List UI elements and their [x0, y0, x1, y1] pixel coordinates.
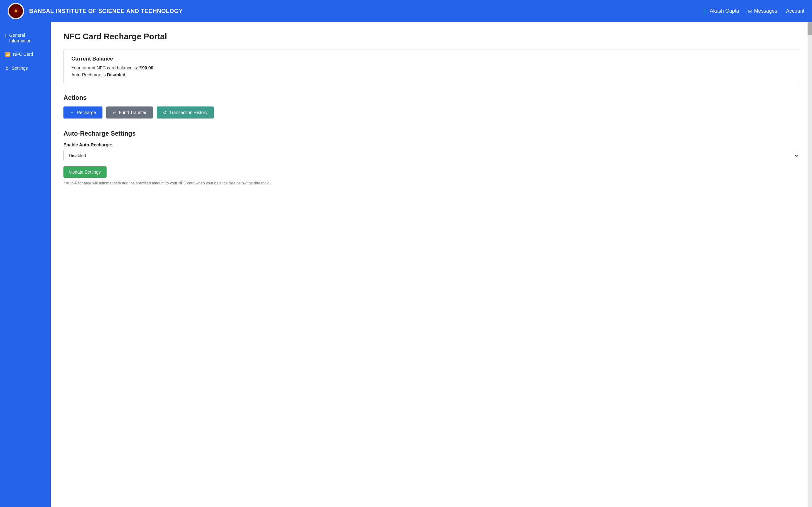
transaction-history-label: Transaction History [169, 110, 207, 115]
sidebar-item-label-nfc: NFC Card [13, 51, 33, 57]
auto-recharge-label: Enable Auto-Recharge: [63, 142, 799, 147]
actions-buttons: ＋ Recharge ⇌ Fund Transfer ↺ Transaction… [63, 107, 799, 118]
messages-link[interactable]: ✉ Messages [748, 8, 777, 14]
user-profile-link[interactable]: 👤 Akash Gupta [702, 8, 740, 14]
auto-recharge-hint: * Auto-Recharge will automatically add t… [63, 181, 799, 185]
sidebar: ℹ General Information 📶 NFC Card ⚙ Setti… [0, 22, 51, 507]
auto-recharge-text: Auto-Recharge is Disabled [71, 72, 792, 77]
fund-transfer-label: Fund Transfer [119, 110, 147, 115]
auto-recharge-prefix: Auto-Recharge is [71, 72, 107, 77]
wifi-icon: 📶 [5, 52, 10, 57]
auto-recharge-status: Disabled [107, 72, 125, 77]
balance-text: Your current NFC card balance is: ₹90.00 [71, 65, 792, 70]
auto-recharge-title: Auto-Recharge Settings [63, 130, 799, 137]
user-name: Akash Gupta [710, 8, 740, 14]
logo: 🏛 [8, 3, 24, 19]
scrollbar[interactable] [808, 22, 812, 507]
auto-recharge-select[interactable]: Disabled [63, 150, 799, 161]
balance-card-title: Current Balance [71, 56, 792, 62]
gear-icon: ⚙ [5, 66, 9, 71]
messages-label: Messages [754, 8, 777, 14]
balance-card: Current Balance Your current NFC card ba… [63, 49, 799, 84]
info-icon: ℹ [5, 33, 7, 38]
sidebar-item-settings[interactable]: ⚙ Settings [0, 61, 51, 75]
header-left: 🏛 BANSAL INSTITUTE OF SCIENCE AND TECHNO… [8, 3, 183, 19]
account-label: Account [786, 8, 804, 14]
transaction-history-button[interactable]: ↺ Transaction History [157, 107, 214, 118]
header-title: BANSAL INSTITUTE OF SCIENCE AND TECHNOLO… [29, 8, 183, 14]
sidebar-item-label-settings: Settings [12, 65, 28, 71]
recharge-button[interactable]: ＋ Recharge [63, 107, 102, 118]
balance-text-prefix: Your current NFC card balance is: [71, 65, 139, 70]
messages-icon: ✉ [748, 8, 752, 14]
main-content: NFC Card Recharge Portal Current Balance… [51, 22, 812, 507]
actions-title: Actions [63, 94, 799, 101]
user-icon: 👤 [702, 8, 708, 14]
recharge-icon: ＋ [70, 110, 74, 115]
actions-section: Actions ＋ Recharge ⇌ Fund Transfer ↺ Tra… [63, 94, 799, 118]
auto-recharge-section: Auto-Recharge Settings Enable Auto-Recha… [63, 130, 799, 185]
account-link[interactable]: Account [786, 8, 804, 14]
scrollbar-thumb[interactable] [808, 22, 812, 35]
content-area: NFC Card Recharge Portal Current Balance… [51, 22, 812, 507]
sidebar-item-nfc-card[interactable]: 📶 NFC Card [0, 48, 51, 61]
sidebar-item-general-information[interactable]: ℹ General Information [0, 29, 51, 48]
balance-amount: ₹90.00 [139, 65, 153, 70]
sidebar-item-label-general: General Information [9, 32, 46, 44]
layout: ℹ General Information 📶 NFC Card ⚙ Setti… [0, 22, 812, 507]
fund-transfer-icon: ⇌ [113, 110, 116, 115]
header: 🏛 BANSAL INSTITUTE OF SCIENCE AND TECHNO… [0, 0, 812, 22]
logo-inner: 🏛 [8, 3, 23, 19]
header-right: 👤 Akash Gupta ✉ Messages Account [702, 8, 804, 14]
page-title: NFC Card Recharge Portal [63, 32, 799, 42]
transaction-history-icon: ↺ [163, 110, 167, 115]
fund-transfer-button[interactable]: ⇌ Fund Transfer [106, 107, 153, 118]
update-settings-button[interactable]: Update Settings [63, 166, 107, 178]
recharge-label: Recharge [77, 110, 96, 115]
